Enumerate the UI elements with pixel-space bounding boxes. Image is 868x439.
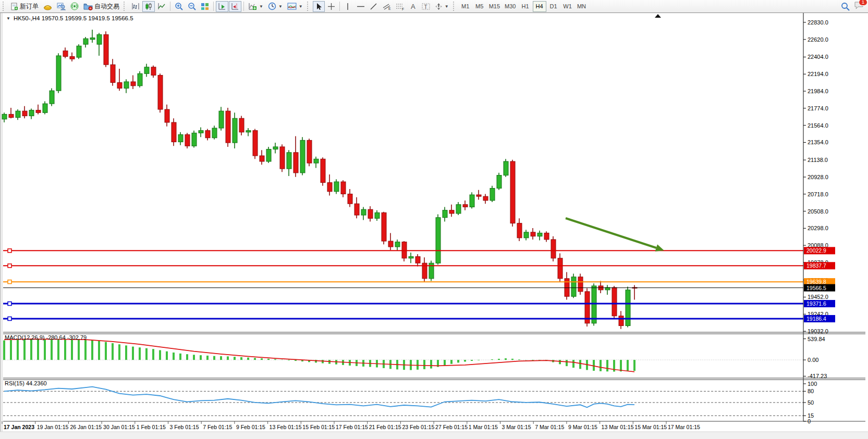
line-handle[interactable] [8,264,11,268]
timeframe-m1[interactable]: M1 [459,1,472,12]
candle [83,39,88,44]
chart-canvas[interactable]: 22830.022620.022404.022194.021984.021774… [0,13,868,439]
candle [178,134,183,142]
candle [239,118,244,132]
text-label-button[interactable]: T [420,1,432,12]
clock-icon [268,2,276,10]
candle [619,316,624,326]
main-toolbar: 新订单 自动交易 [0,0,868,13]
candle [456,205,461,214]
candle [70,57,75,59]
chevron-down-icon: ▼ [445,4,449,9]
candle [490,189,495,200]
line-handle[interactable] [8,280,11,284]
gold-ingot-button[interactable] [41,1,54,12]
candle [29,110,34,116]
line-handle[interactable] [8,302,11,306]
candle [470,195,474,207]
auto-scroll-button[interactable] [216,1,228,12]
timeframe-mn[interactable]: MN [575,1,589,12]
timeframe-w1[interactable]: W1 [561,1,574,12]
fibonacci-button[interactable]: F [394,1,407,12]
equidistant-channel-button[interactable]: E [380,1,393,12]
price-tick-label: 22404.0 [808,54,828,60]
templates-button[interactable]: ▼ [285,1,305,12]
toolbar-grip[interactable] [124,2,127,11]
candle [592,286,596,323]
toolbar-grip[interactable] [307,2,311,11]
candle [327,183,332,192]
timeframe-m30[interactable]: M30 [503,1,518,12]
crosshair-button[interactable] [325,1,337,12]
cursor-button[interactable] [313,1,325,12]
chart-shift-button[interactable] [229,1,241,12]
candle [483,196,488,200]
time-tick-label: 13 Mar 01:15 [602,424,634,430]
timeframe-h1[interactable]: H1 [519,1,532,12]
horizontal-line-button[interactable] [354,1,367,12]
timeframe-h4[interactable]: H4 [533,1,546,12]
periods-button[interactable]: ▼ [266,1,285,12]
candle [138,73,142,85]
chart-shift-icon [231,3,239,10]
vertical-line-button[interactable] [342,1,354,12]
bars-chart-button[interactable] [129,1,142,12]
auto-trading-button[interactable]: 自动交易 [81,1,121,12]
candle [409,257,413,258]
line-handle[interactable] [8,317,11,320]
new-order-label: 新订单 [20,2,39,11]
candle [9,114,14,117]
new-order-button[interactable]: 新订单 [8,1,41,12]
zoom-out-button[interactable] [186,1,198,12]
status-strip [0,432,868,439]
time-tick-label: 15 Feb 01:15 [302,424,335,430]
time-tick-label: 17 Jan 2023 [4,424,34,430]
candle [43,104,47,112]
time-tick-label: 7 Mar 01:15 [535,424,564,430]
timeframe-m15[interactable]: M15 [487,1,502,12]
line-chart-button[interactable] [155,1,168,12]
chevron-down-icon: ▼ [299,4,303,9]
text-label-icon: T [422,3,430,10]
time-tick-label: 9 Feb 01:15 [236,424,265,430]
price-tick-label: 21984.0 [808,88,828,94]
candle [212,128,217,138]
price-tick-label: 20298.0 [808,225,828,231]
macd-tick-label: 539.84 [808,336,825,342]
zoom-in-icon [175,2,183,10]
timeframe-m5[interactable]: M5 [473,1,486,12]
search-icon[interactable] [841,2,850,11]
time-tick-label: 17 Mar 01:15 [668,424,700,430]
arrow-tools-button[interactable]: ▼ [433,1,451,12]
cursor-icon [315,3,322,10]
notifications-button[interactable]: 1 [854,1,864,12]
price-tick-label: 20928.0 [808,174,828,180]
candle [341,182,346,194]
trendline-button[interactable] [368,1,380,12]
candle [56,56,61,91]
candle [334,182,339,192]
zoom-in-button[interactable] [173,1,185,12]
line-handle[interactable] [8,249,11,253]
time-tick-label: 21 Feb 01:15 [369,424,401,430]
price-tick-label: 21138.0 [808,157,828,163]
crosshair-icon [327,3,335,10]
signal-button[interactable] [68,1,81,12]
candle [504,161,508,175]
text-icon: A [410,3,417,10]
candle [172,122,176,142]
user-chart-button[interactable] [55,1,68,12]
auto-trading-label: 自动交易 [94,2,119,11]
add-indicator-button[interactable]: ▼ [246,1,265,12]
toolbar-grip[interactable] [3,2,6,11]
tile-windows-button[interactable] [199,1,211,12]
text-button[interactable]: A [407,1,419,12]
candle [50,91,54,104]
timeframe-d1[interactable]: D1 [547,1,560,12]
candle [361,209,366,215]
toolbar-grip[interactable] [453,2,457,11]
price-line-label: 19837.7 [806,262,826,269]
candlestick-chart-button[interactable] [142,1,155,12]
candle [537,233,542,236]
time-tick-label: 23 Feb 01:15 [402,424,434,430]
